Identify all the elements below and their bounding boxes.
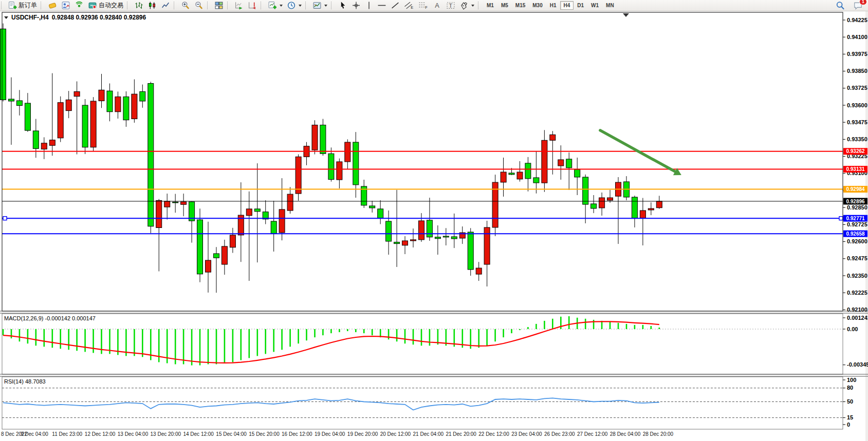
- price-tick-label: 0.93350: [847, 136, 867, 142]
- chart-window: USDCHF-,H4 0.92848 0.92936 0.92840 0.928…: [0, 11, 868, 441]
- line-handle-right[interactable]: [839, 217, 843, 220]
- zoom-out-icon[interactable]: [192, 0, 206, 11]
- text-label-icon[interactable]: T: [444, 0, 457, 11]
- date-label: 19 Dec 20:00: [347, 431, 378, 437]
- toolbar-grip[interactable]: [174, 2, 177, 9]
- price-tick-label: 0.92725: [847, 221, 867, 227]
- toolbar-grip[interactable]: [261, 2, 264, 9]
- search-icon[interactable]: [834, 0, 847, 11]
- fibonacci-icon[interactable]: F: [416, 0, 431, 11]
- toolbar-grip[interactable]: [478, 2, 481, 9]
- arrows-caret[interactable]: [471, 5, 474, 7]
- zoom-in-icon[interactable]: [179, 0, 192, 11]
- timeframe-button-m30[interactable]: M30: [529, 1, 546, 10]
- rsi-label: RSI(14) 48.7083: [4, 378, 46, 385]
- auto-scroll-icon[interactable]: [232, 0, 246, 11]
- date-label: 28 Dec 04:00: [610, 431, 641, 437]
- cursor-icon[interactable]: [336, 0, 349, 11]
- bar-chart-icon[interactable]: [132, 0, 145, 11]
- macd-tick-label: 0.00: [847, 326, 858, 332]
- timeframe-button-h1[interactable]: H1: [546, 1, 560, 10]
- candlestick-chart-icon[interactable]: [145, 0, 159, 11]
- signal-icon[interactable]: [72, 0, 86, 11]
- candle-body-down: [82, 105, 88, 147]
- toolbar-grip[interactable]: [1, 2, 4, 9]
- candle-body-up: [476, 268, 482, 274]
- candle-body-down: [386, 221, 392, 241]
- toolbar-grip[interactable]: [331, 2, 334, 9]
- candle: [90, 97, 96, 151]
- toolbar-grip[interactable]: [41, 2, 44, 9]
- chat-button[interactable]: 1: [851, 0, 865, 11]
- candle: [312, 120, 318, 154]
- candle-body-up: [41, 143, 47, 149]
- bid-price-badge-label: 0.92896: [846, 199, 865, 204]
- price-chart-canvas[interactable]: 0.942250.941000.939750.938500.937250.936…: [0, 11, 868, 441]
- gold-ingot-icon[interactable]: [46, 0, 59, 11]
- line-handle-left[interactable]: [3, 217, 7, 220]
- price-tick-label: 0.92100: [847, 306, 867, 313]
- horizontal-line-icon[interactable]: [375, 0, 389, 11]
- timeframe-button-m15[interactable]: M15: [512, 1, 529, 10]
- toolbar-grip[interactable]: [305, 2, 308, 9]
- timeframe-button-d1[interactable]: D1: [574, 1, 587, 10]
- candle-body-up: [345, 142, 350, 162]
- chart-symbol-period: USDCHF-,H4: [11, 14, 49, 21]
- candle-body-down: [533, 178, 539, 183]
- chart-shift-icon[interactable]: [246, 0, 259, 11]
- period-caret[interactable]: [299, 5, 302, 7]
- candle-body-up: [599, 198, 605, 208]
- vertical-line-icon[interactable]: [363, 0, 375, 11]
- timeframe-button-m1[interactable]: M1: [483, 1, 497, 10]
- trendline-icon[interactable]: [389, 0, 402, 11]
- candle-body-down: [1, 29, 6, 100]
- candle-body-down: [197, 220, 203, 274]
- date-label: 27 Dec 12:00: [577, 431, 608, 437]
- chart-ohlc-values: 0.92848 0.92936 0.92840 0.92896: [52, 14, 146, 21]
- toolbar-grip[interactable]: [207, 2, 210, 9]
- add-indicator-caret[interactable]: [280, 5, 283, 7]
- macd-label: MACD(12,26,9) -0.000142 0.000147: [4, 315, 96, 321]
- autotrade-button[interactable]: 自动交易: [86, 0, 125, 11]
- tile-windows-icon[interactable]: [212, 0, 226, 11]
- candle-body-down: [123, 97, 129, 120]
- candle: [1, 24, 6, 102]
- text-icon[interactable]: A: [431, 0, 444, 11]
- timeframe-button-mn[interactable]: MN: [602, 1, 618, 10]
- timeframe-button-m5[interactable]: M5: [497, 1, 512, 10]
- date-label: 13 Dec 20:00: [151, 431, 181, 437]
- timeframe-button-w1[interactable]: W1: [587, 1, 602, 10]
- candle: [468, 228, 473, 276]
- crosshair-icon[interactable]: [349, 0, 363, 11]
- template-button[interactable]: [310, 0, 329, 11]
- chart-title[interactable]: USDCHF-,H4 0.92848 0.92936 0.92840 0.928…: [4, 14, 146, 21]
- candle-body-down: [427, 220, 432, 237]
- toolbar-grip[interactable]: [127, 2, 130, 9]
- date-label: 21 Dec 20:00: [446, 431, 476, 437]
- svg-text:F: F: [425, 5, 428, 10]
- arrows-shapes-button[interactable]: [457, 0, 476, 11]
- add-indicator-button[interactable]: [266, 0, 285, 11]
- period-clock-button[interactable]: [285, 0, 304, 11]
- date-label: 26 Dec 23:00: [544, 431, 575, 437]
- user-chart-icon[interactable]: [59, 0, 72, 11]
- price-tick-label: 0.94100: [847, 34, 867, 40]
- new-order-button[interactable]: 新订单: [6, 0, 39, 11]
- timeframe-button-h4[interactable]: H4: [560, 1, 574, 10]
- candle-body-down: [254, 209, 260, 212]
- line-chart-icon[interactable]: [159, 0, 172, 11]
- template-caret[interactable]: [324, 5, 327, 7]
- symbol-dropdown-icon[interactable]: [4, 16, 8, 19]
- date-label: 23 Dec 04:00: [511, 431, 542, 437]
- rsi-tick-label: 50: [847, 398, 853, 405]
- candle-body-up: [337, 162, 342, 180]
- toolbar-grip[interactable]: [227, 2, 230, 9]
- candle-body-up: [542, 140, 547, 183]
- equidistant-channel-icon[interactable]: E: [402, 0, 416, 11]
- candle-body-down: [378, 209, 383, 218]
- hline-0.92984-badge-label: 0.92984: [846, 186, 865, 192]
- price-tick-label: 0.92600: [847, 238, 867, 244]
- chat-unread-badge: 1: [859, 0, 867, 5]
- candle-body-up: [246, 209, 252, 216]
- candle-body-down: [140, 91, 145, 101]
